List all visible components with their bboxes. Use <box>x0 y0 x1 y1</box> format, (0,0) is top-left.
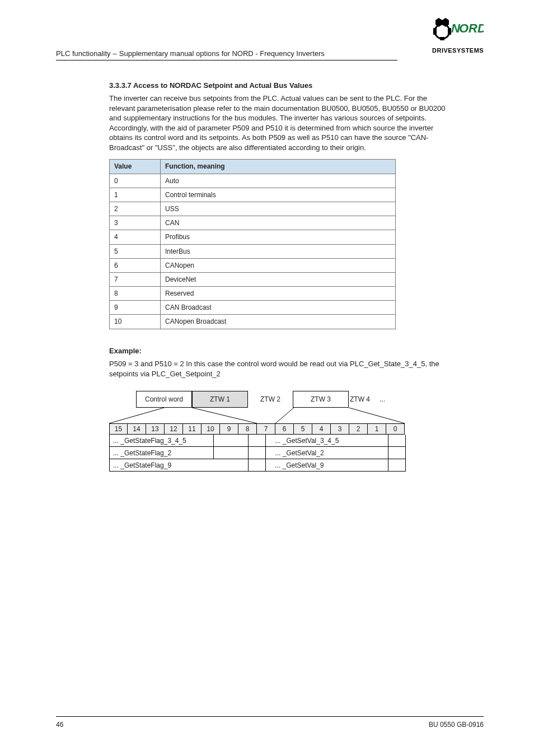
diagram-label-cell: ... _GetStateFlag_2 <box>109 447 214 459</box>
bit-cell: 5 <box>294 423 312 435</box>
svg-line-9 <box>275 408 294 423</box>
bit-cell: 15 <box>109 423 128 435</box>
bit-cell: 10 <box>202 423 220 435</box>
bit-cell: 11 <box>183 423 202 435</box>
svg-rect-1 <box>433 28 437 35</box>
bit-cell: 13 <box>146 423 165 435</box>
diagram-box-ztw3: ZTW 3 <box>293 391 349 408</box>
table-row: 4Profibus <box>110 230 396 244</box>
bit-cell: 8 <box>238 423 257 435</box>
diagram-label-cell: ... _GetStateFlag_9 <box>109 459 249 472</box>
header-doc-title: PLC functionality <box>56 49 111 59</box>
table-row: 10CANopen Broadcast <box>110 315 396 329</box>
diagram-box-ztw1: ZTW 1 <box>192 391 248 408</box>
page-header: PLC functionality – Supplementary manual… <box>56 49 397 60</box>
diagram-label-cell <box>388 459 406 472</box>
footer-doc-id: BU 0550 GB-0916 <box>429 720 484 729</box>
table-header-meaning: Function, meaning <box>161 160 396 174</box>
svg-rect-3 <box>440 37 444 40</box>
svg-text:DRIVESYSTEMS: DRIVESYSTEMS <box>432 47 484 54</box>
table-row: 5InterBus <box>110 244 396 258</box>
svg-text:ORD: ORD <box>459 21 484 35</box>
bit-cell: 3 <box>331 423 349 435</box>
example-heading: Example: <box>109 346 451 356</box>
intro-paragraph: The inverter can receive bus setpoints f… <box>109 94 451 152</box>
bit-cell: 2 <box>349 423 368 435</box>
diagram-label-cell <box>249 435 266 447</box>
svg-line-10 <box>349 408 405 423</box>
diagram-box-ztw2: ZTW 2 <box>248 391 293 408</box>
table-row: 3CAN <box>110 216 396 230</box>
table-row: 2USS <box>110 202 396 216</box>
svg-line-7 <box>109 408 164 423</box>
bit-cell: 6 <box>275 423 294 435</box>
table-row: 7DeviceNet <box>110 272 396 286</box>
bit-cell: 14 <box>128 423 146 435</box>
diagram-label-cell: ... _GetSetVal_9 <box>266 459 388 472</box>
value-function-table: Value Function, meaning 0Auto1Control te… <box>109 159 396 329</box>
brand-logo: N ORD DRIVESYSTEMS <box>432 16 484 58</box>
header-subtitle: Supplementary manual options for NORD - … <box>119 49 325 59</box>
table-row: 6CANopen <box>110 258 396 272</box>
diagram-box-ztw4: ZTW 4 <box>349 391 371 408</box>
diagram-label-cell <box>214 447 249 459</box>
diagram-label-cell <box>388 435 406 447</box>
header-separator: – <box>113 49 117 59</box>
page-footer: 46 BU 0550 GB-0916 <box>56 716 484 729</box>
section-heading: 3.3.3.7 Access to NORDAC Setpoint and Ac… <box>109 81 451 91</box>
bit-cell: 4 <box>312 423 331 435</box>
diagram-box-dots: ... <box>371 391 394 408</box>
bit-cell: 9 <box>220 423 238 435</box>
setpoint-bit-diagram: Control word ZTW 1 ZTW 2 ZTW 3 ZTW 4 ...… <box>109 391 406 472</box>
table-row: 1Control terminals <box>110 188 396 202</box>
diagram-label-cell: ... _GetSetVal_3_4_5 <box>266 435 388 447</box>
table-row: 0Auto <box>110 174 396 188</box>
bit-cell: 12 <box>165 423 183 435</box>
diagram-label-cell: ... _GetSetVal_2 <box>266 447 388 459</box>
table-row: 9CAN Broadcast <box>110 301 396 315</box>
diagram-label-cell <box>214 435 249 447</box>
svg-line-8 <box>192 408 257 423</box>
bit-cell: 7 <box>257 423 275 435</box>
diagram-label-cell <box>249 447 266 459</box>
bit-cell: 0 <box>386 423 405 435</box>
diagram-label-cell <box>249 459 266 472</box>
table-header-value: Value <box>110 160 161 174</box>
diagram-box-control-word: Control word <box>136 391 192 408</box>
footer-page-number: 46 <box>56 720 63 729</box>
svg-point-0 <box>435 24 449 39</box>
bit-cell: 1 <box>368 423 386 435</box>
diagram-label-cell <box>388 447 406 459</box>
table-row: 8Reserved <box>110 287 396 301</box>
example-body: P509 = 3 and P510 = 2 In this case the c… <box>109 359 451 379</box>
diagram-label-cell: ... _GetStateFlag_3_4_5 <box>109 435 214 447</box>
